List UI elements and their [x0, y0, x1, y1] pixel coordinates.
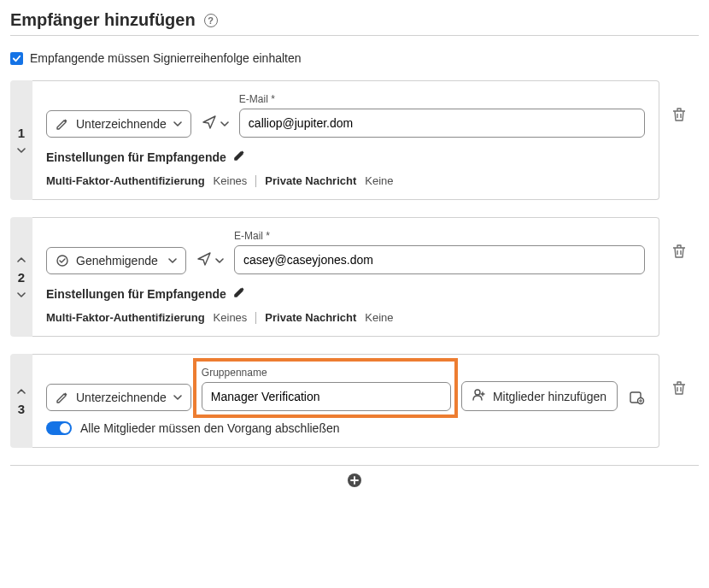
move-down-icon[interactable] — [16, 290, 26, 300]
role-label: Genehmigende — [76, 254, 158, 268]
chevron-down-icon — [173, 391, 182, 404]
email-field-wrap: E-Mail * — [234, 230, 645, 274]
move-down-icon[interactable] — [16, 145, 26, 156]
mfa-label: Multi-Faktor-Authentifizierung — [46, 174, 205, 187]
all-members-toggle-label: Alle Mitglieder müssen den Vorgang absch… — [80, 421, 340, 435]
email-label: E-Mail * — [234, 230, 645, 242]
mfa-value: Keines — [214, 174, 248, 187]
private-msg-value: Keine — [365, 311, 393, 324]
group-name-input[interactable] — [202, 382, 451, 411]
chevron-down-icon — [215, 254, 224, 268]
approver-icon — [56, 254, 69, 268]
order-number: 2 — [18, 270, 25, 285]
recipient-meta: Multi-Faktor-Authentifizierung Keines Pr… — [46, 174, 645, 187]
add-recipient-button[interactable] — [10, 473, 699, 488]
help-icon[interactable]: ? — [204, 14, 218, 27]
add-user-icon — [472, 388, 486, 404]
role-dropdown[interactable]: Unterzeichnende — [46, 110, 191, 138]
signing-order-checkbox[interactable] — [10, 52, 23, 65]
signer-icon — [56, 117, 69, 131]
email-field-wrap: E-Mail * — [239, 93, 645, 138]
group-settings-icon[interactable] — [628, 389, 645, 411]
move-up-icon[interactable] — [16, 255, 26, 265]
recipient-meta: Multi-Faktor-Authentifizierung Keines Pr… — [46, 311, 645, 324]
signer-icon — [56, 391, 69, 404]
all-members-toggle[interactable] — [46, 421, 72, 435]
group-name-field-wrap: Gruppenname — [202, 367, 451, 411]
group-name-label: Gruppenname — [202, 367, 451, 379]
meta-separator — [255, 312, 256, 324]
move-up-icon[interactable] — [16, 386, 26, 397]
delivery-method-dropdown[interactable] — [196, 251, 224, 274]
order-number: 1 — [18, 126, 25, 140]
recipient-block-1: 1 Unterzeichnende — [10, 80, 699, 200]
chevron-down-icon — [220, 117, 229, 131]
email-input[interactable] — [234, 245, 645, 274]
recipient-settings-label: Einstellungen für Empfangende — [46, 150, 226, 164]
chevron-down-icon — [173, 117, 182, 131]
add-members-button[interactable]: Mitglieder hinzufügen — [461, 381, 618, 411]
order-handle[interactable]: 2 — [10, 217, 32, 337]
recipient-group-block: 3 Unterzeichnende Gruppenname — [10, 354, 699, 448]
chevron-down-icon — [168, 254, 177, 268]
svg-point-0 — [57, 256, 67, 266]
page-title-text: Empfänger hinzufügen — [10, 10, 196, 30]
recipient-group-card: Unterzeichnende Gruppenname Mitglieder h… — [32, 354, 659, 448]
title-divider — [10, 35, 699, 36]
send-icon — [202, 115, 217, 132]
bottom-divider — [10, 465, 699, 466]
delete-recipient-button[interactable] — [671, 106, 688, 126]
email-input[interactable] — [239, 109, 645, 138]
email-label: E-Mail * — [239, 93, 645, 105]
order-handle[interactable]: 3 — [10, 354, 32, 448]
recipient-settings-label: Einstellungen für Empfangende — [46, 287, 226, 301]
role-dropdown[interactable]: Unterzeichnende — [46, 384, 191, 411]
edit-icon[interactable] — [233, 286, 245, 301]
recipient-settings-row[interactable]: Einstellungen für Empfangende — [46, 286, 645, 301]
recipient-card: Genehmigende E-Mail * Einstellungen — [32, 217, 659, 337]
role-dropdown[interactable]: Genehmigende — [46, 247, 186, 274]
recipient-card: Unterzeichnende E-Mail * Einstellung — [32, 80, 659, 200]
delivery-method-dropdown[interactable] — [202, 115, 229, 138]
send-icon — [196, 251, 212, 269]
private-msg-value: Keine — [365, 174, 393, 187]
meta-separator — [255, 175, 256, 187]
mfa-value: Keines — [214, 311, 248, 324]
edit-icon[interactable] — [233, 150, 245, 164]
signing-order-label: Empfangende müssen Signierreihenfolge ei… — [30, 51, 302, 65]
mfa-label: Multi-Faktor-Authentifizierung — [46, 311, 205, 324]
page-title: Empfänger hinzufügen ? — [10, 10, 699, 30]
delete-recipient-button[interactable] — [671, 379, 688, 399]
role-label: Unterzeichnende — [76, 391, 167, 404]
svg-point-1 — [475, 390, 480, 395]
all-members-toggle-row[interactable]: Alle Mitglieder müssen den Vorgang absch… — [46, 421, 645, 435]
private-msg-label: Private Nachricht — [265, 174, 356, 187]
add-members-label: Mitglieder hinzufügen — [493, 390, 606, 403]
order-handle[interactable]: 1 — [10, 80, 32, 200]
order-number: 3 — [18, 402, 25, 416]
private-msg-label: Private Nachricht — [265, 311, 356, 324]
recipient-block-2: 2 Genehmigende — [10, 217, 699, 337]
signing-order-checkbox-row[interactable]: Empfangende müssen Signierreihenfolge ei… — [10, 51, 699, 65]
role-label: Unterzeichnende — [76, 117, 167, 131]
recipient-settings-row[interactable]: Einstellungen für Empfangende — [46, 150, 645, 164]
delete-recipient-button[interactable] — [671, 243, 688, 262]
